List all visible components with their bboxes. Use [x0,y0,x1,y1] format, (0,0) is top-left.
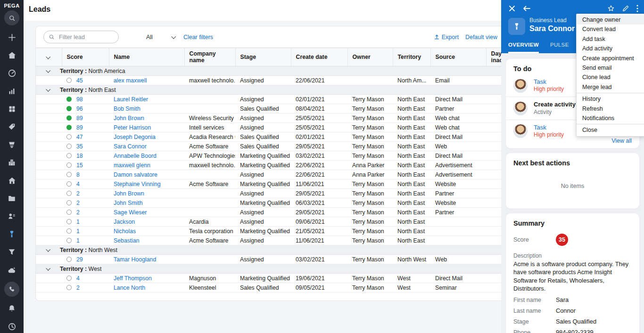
lead-name-link[interactable]: John Brown [114,190,144,197]
col-header-stage[interactable]: Stage [235,48,291,66]
sidebar-item-history[interactable] [5,320,19,333]
score-link[interactable]: 4 [76,275,80,282]
lead-name-link[interactable]: alex maxwell [114,77,147,84]
lead-name-link[interactable]: John Smith [114,200,143,206]
select-cell[interactable] [36,227,62,236]
lead-name-link[interactable]: Bob Smith [114,106,140,112]
score-link[interactable]: 35 [76,143,83,150]
score-link[interactable]: 47 [76,134,83,140]
select-cell[interactable] [36,114,62,123]
edit-pencil-icon[interactable] [622,5,629,12]
filter-lead-input[interactable] [43,31,119,43]
select-cell[interactable] [36,123,62,132]
menu-item-notifications[interactable]: Notifications [577,114,644,123]
menu-item-add-task[interactable]: Add task [577,34,644,44]
lead-name-link[interactable]: John Brown [114,115,144,122]
menu-item-add-activity[interactable]: Add activity [577,44,644,53]
lead-name-link[interactable]: Sebastian [114,237,140,244]
select-cell[interactable] [36,255,62,264]
sidebar-item-bar-chart[interactable] [5,85,19,97]
select-cell[interactable] [36,198,62,208]
filter-scope-dropdown[interactable]: All [146,34,175,41]
sidebar-item-plus[interactable] [5,31,19,43]
select-cell[interactable] [36,104,62,114]
select-cell[interactable] [36,283,62,292]
menu-item-send-email[interactable]: Send email [577,63,644,73]
sidebar-item-house[interactable] [5,174,19,187]
sidebar-item-folder[interactable] [5,192,19,204]
sidebar-item-cloud[interactable] [5,264,19,276]
select-cell[interactable] [36,142,62,151]
score-link[interactable]: 98 [76,96,83,103]
select-cell[interactable] [36,236,62,245]
score-link[interactable]: 1 [76,219,80,225]
col-header-select[interactable] [36,48,62,66]
export-button[interactable]: Export [434,34,459,41]
select-cell[interactable] [36,132,62,142]
lead-name-link[interactable]: Tamar Hoogland [114,256,156,263]
score-link[interactable]: 1 [76,237,80,244]
phone-link[interactable]: 984-802-2339 [556,329,594,333]
lead-name-link[interactable]: Lance North [114,284,145,291]
score-link[interactable]: 4 [76,181,80,187]
lead-name-link[interactable]: Laurel Reitler [114,96,148,103]
more-actions-icon[interactable] [636,5,638,12]
select-cell[interactable] [36,179,62,189]
sidebar-item-phone[interactable] [4,282,19,297]
col-header-name[interactable]: Name [109,48,184,66]
sidebar-item-tag[interactable] [5,121,19,133]
close-icon[interactable] [509,5,515,12]
lead-name-link[interactable]: Stephaine Vinning [114,181,161,187]
tab-pulse[interactable]: PULSE [550,42,569,53]
lead-name-link[interactable]: Annabelle Boord [114,153,157,159]
group-collapse-icon[interactable] [46,266,50,271]
menu-item-create-appointment[interactable]: Create appointment [577,54,644,63]
score-link[interactable]: 15 [76,162,83,169]
score-link[interactable]: 8 [76,171,80,178]
view-all-link[interactable]: View all [611,138,632,144]
score-link[interactable]: 2 [76,190,80,197]
col-header-territory[interactable]: Territory [393,48,430,66]
group-collapse-icon[interactable] [46,247,50,252]
score-link[interactable]: 2 [76,200,80,206]
sidebar-item-buildings[interactable] [5,156,19,169]
view-selector[interactable]: Default view [465,34,497,41]
select-cell[interactable] [36,208,62,217]
score-link[interactable]: 2 [76,209,80,216]
menu-item-convert-lead[interactable]: Convert lead [577,24,644,34]
col-header-company-name[interactable]: Company name [184,48,235,66]
score-link[interactable]: 29 [76,256,83,263]
select-cell[interactable] [36,76,62,85]
lead-name-link[interactable]: maxwell glenn [114,162,150,169]
select-cell[interactable] [36,170,62,179]
score-link[interactable]: 1 [76,228,80,235]
select-cell[interactable] [36,151,62,161]
score-link[interactable]: 96 [76,106,83,112]
lead-name-link[interactable]: Sara Connor [114,143,147,150]
lead-name-link[interactable]: Joseph Degonia [114,134,156,140]
sidebar-item-funnel[interactable] [5,246,19,258]
select-cell[interactable] [36,274,62,283]
col-header-create-date[interactable]: Create date [291,48,347,66]
lead-name-link[interactable]: Damon salvatore [114,171,157,178]
menu-item-clone-lead[interactable]: Clone lead [577,73,644,82]
group-collapse-icon[interactable] [46,68,50,73]
back-arrow-icon[interactable] [523,5,530,12]
clear-filters-link[interactable]: Clear filters [183,34,213,41]
sidebar-item-gauge[interactable] [5,67,19,79]
col-header-score[interactable]: Score [62,48,109,66]
tab-overview[interactable]: OVERVIEW [508,42,539,53]
menu-item-close[interactable]: Close [577,125,644,135]
menu-item-change-owner[interactable]: Change owner [577,15,644,24]
lead-name-link[interactable]: Sage Wieser [114,209,147,216]
todo-item-title[interactable]: Create activity [534,101,576,108]
sidebar-item-layers[interactable] [5,138,19,151]
menu-item-merge-lead[interactable]: Merge lead [577,82,644,92]
select-cell[interactable] [36,217,62,227]
lead-name-link[interactable]: Peter Harrison [114,124,151,131]
score-link[interactable]: 2 [76,284,80,291]
lead-name-link[interactable]: Jackson [114,219,135,225]
select-cell[interactable] [36,189,62,198]
star-icon[interactable] [607,5,615,12]
score-link[interactable]: 89 [76,124,83,131]
